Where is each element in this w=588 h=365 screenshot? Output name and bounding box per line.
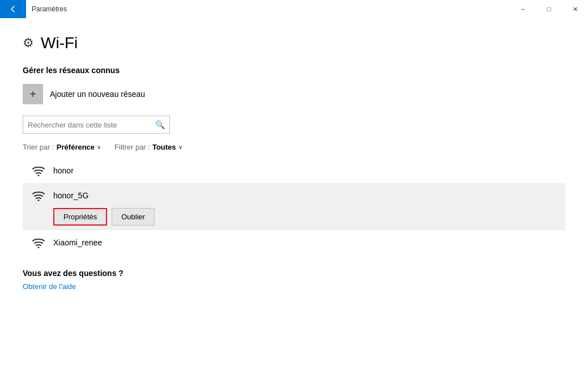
network-list: honor honor_5G Propriétés Oublier [23,158,565,255]
filter-value: Toutes [152,143,176,151]
filter-row: Trier par : Préférence ∨ Filtrer par : T… [23,143,565,151]
questions-section: Vous avez des questions ? Obtenir de l'a… [23,269,565,291]
search-input[interactable] [28,121,155,129]
search-icon: 🔍 [155,120,165,129]
wifi-icon [28,188,49,203]
filter-label: Filtrer par : [114,143,150,151]
svg-point-0 [38,175,40,176]
maximize-button[interactable]: □ [536,0,562,18]
sort-chevron-icon: ∨ [97,144,101,150]
network-name: honor_5G [53,191,88,200]
wifi-icon [28,163,49,179]
network-name: honor [53,166,74,175]
wifi-icon [28,235,49,251]
minimize-button[interactable]: − [510,0,536,18]
title-bar: Paramètres − □ ✕ [0,0,588,18]
filter-chevron-icon: ∨ [178,144,182,150]
add-network-label: Ajouter un nouveau réseau [50,90,145,99]
network-name: Xiaomi_renee [53,238,102,247]
plus-icon: + [29,88,36,100]
sort-label: Trier par : [23,143,54,151]
help-link[interactable]: Obtenir de l'aide [23,282,76,291]
page-title: Wi-Fi [41,34,78,52]
close-button[interactable]: ✕ [562,0,588,18]
sort-value: Préférence [57,143,95,151]
section-title: Gérer les réseaux connus [23,66,565,75]
filter-dropdown[interactable]: Filtrer par : Toutes ∨ [114,143,182,151]
main-content: ⚙ Wi-Fi Gérer les réseaux connus + Ajout… [0,18,588,303]
wifi-settings-icon: ⚙ [23,36,34,50]
window-controls: − □ ✕ [510,0,588,18]
network-item[interactable]: honor_5G Propriétés Oublier [23,183,565,230]
svg-point-2 [38,247,40,248]
forget-button[interactable]: Oublier [112,208,155,226]
network-item[interactable]: honor [23,158,565,183]
network-item[interactable]: Xiaomi_renee [23,230,565,255]
properties-button[interactable]: Propriétés [53,208,107,226]
back-button[interactable] [0,0,26,18]
questions-title: Vous avez des questions ? [23,269,565,278]
add-network-row[interactable]: + Ajouter un nouveau réseau [23,84,565,104]
window-title: Paramètres [26,0,510,18]
sort-dropdown[interactable]: Trier par : Préférence ∨ [23,143,101,151]
page-heading: ⚙ Wi-Fi [23,34,565,52]
network-actions: Propriétés Oublier [53,208,155,226]
add-network-button[interactable]: + [23,84,43,104]
svg-point-1 [38,200,40,201]
search-box: 🔍 [23,116,170,134]
